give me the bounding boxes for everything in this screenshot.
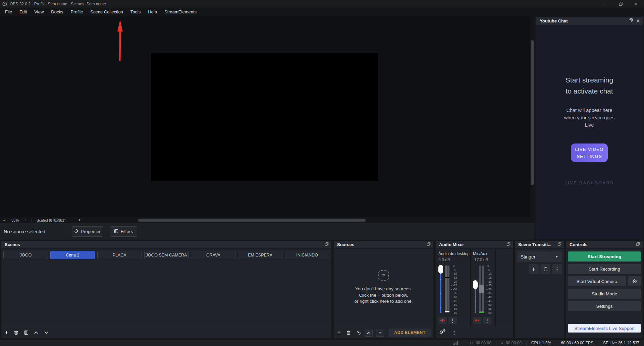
menu-tools[interactable]: Tools	[127, 8, 144, 16]
sources-toolbar: + ADD ELEMENT	[334, 327, 433, 338]
window-title: OBS 32.0.2 - Profile: Sem nome - Scenes:…	[10, 2, 106, 6]
speaker-muted-icon	[440, 318, 445, 323]
scene-item-jogo[interactable]: JOGO	[3, 251, 48, 259]
transitions-title: Scene Transiti...	[518, 242, 551, 247]
menu-edit[interactable]: Edit	[16, 8, 31, 16]
live-video-settings-button[interactable]: LIVE VIDEO SETTINGS	[571, 143, 608, 162]
start-virtual-camera-button[interactable]: Start Virtual Camera	[568, 276, 626, 286]
zoom-in-button[interactable]: +	[21, 218, 30, 223]
chat-subtext: Chat will appear here when your stream g…	[564, 107, 615, 129]
sources-empty-state[interactable]: ? You don't have any sources. Click the …	[334, 249, 433, 305]
scene-list: JOGO Cena 2 PLACA JOGO SEM CAMERA GRAVA …	[1, 249, 331, 261]
mute-button[interactable]	[473, 317, 481, 324]
close-icon[interactable]: ✕	[629, 0, 644, 8]
chevron-down-icon	[378, 331, 382, 334]
menu-help[interactable]: Help	[144, 8, 161, 16]
preview-zoom-bar: − 35% + Scaled (678x381) ▼	[0, 217, 534, 223]
record-dot-icon: ●	[501, 341, 503, 345]
scene-filters-icon[interactable]	[24, 330, 29, 335]
scale-mode-dropdown[interactable]: Scaled (678x381)	[33, 218, 69, 222]
menu-scene-collection[interactable]: Scene Collection	[87, 8, 127, 16]
scenes-title: Scenes	[5, 242, 20, 247]
move-source-down-button[interactable]	[376, 329, 384, 337]
volume-slider[interactable]	[473, 266, 478, 313]
popout-dock-icon[interactable]	[325, 242, 329, 247]
add-element-button[interactable]: ADD ELEMENT	[388, 329, 431, 337]
move-source-up-button[interactable]	[365, 329, 373, 337]
move-scene-down-chevron-icon[interactable]	[44, 331, 49, 334]
channel-name: Mic/Aux	[473, 251, 495, 256]
menu-profile[interactable]: Profile	[67, 8, 87, 16]
menu-docks[interactable]: Docks	[47, 8, 67, 16]
restore-icon[interactable]	[613, 0, 629, 8]
studio-mode-button[interactable]: Studio Mode	[568, 289, 641, 299]
scene-item-grava[interactable]: GRAVA	[191, 251, 235, 259]
preview-canvas[interactable]	[151, 53, 378, 181]
popout-dock-icon[interactable]	[636, 242, 640, 247]
status-bar: 00:00:00 ● 00:00:00 CPU: 1.3% 60.00 / 60…	[0, 340, 644, 346]
add-scene-icon[interactable]: +	[5, 330, 8, 336]
volume-meter	[479, 266, 484, 313]
volume-slider-handle[interactable]	[438, 265, 443, 274]
preview-pane	[0, 16, 530, 217]
add-transition-button[interactable]: +	[529, 264, 539, 274]
db-scale: 0-5-10-15-20-25-30-35-40-45-50-55-60	[451, 265, 457, 314]
volume-slider[interactable]	[438, 266, 443, 313]
popout-dock-icon[interactable]	[427, 242, 431, 247]
remove-transition-button[interactable]	[540, 264, 550, 274]
start-recording-button[interactable]: Start Recording	[568, 264, 641, 274]
question-mark-icon: ?	[378, 270, 389, 281]
scene-item-placa[interactable]: PLACA	[97, 251, 142, 259]
chat-headline: Start streaming to activate chat	[566, 74, 613, 97]
chat-dock-header: Youtube Chat ✕	[536, 17, 643, 25]
preview-vertical-scrollbar[interactable]	[530, 16, 534, 217]
vertical-scrollbar-thumb[interactable]	[531, 40, 534, 185]
source-properties-gear-icon[interactable]	[356, 330, 361, 335]
popout-dock-icon[interactable]	[506, 242, 511, 247]
scene-item-em-espera[interactable]: EM ESPERA	[238, 251, 282, 259]
virtual-camera-settings-button[interactable]	[628, 276, 641, 286]
live-dashboard-label: LIVE DASHBOARD	[565, 181, 614, 185]
minimize-icon[interactable]: —	[598, 0, 613, 8]
popout-dock-icon[interactable]	[629, 18, 633, 23]
scene-item-cena-2[interactable]: Cena 2	[50, 251, 95, 259]
cpu-usage: CPU: 1.3%	[527, 340, 556, 346]
filters-label: Filters	[121, 229, 133, 234]
mixer-options-kebab-icon[interactable]: ⋮	[452, 330, 457, 335]
streamelements-live-support-button[interactable]: StreamElements Live Support	[568, 324, 641, 333]
menu-streamelements[interactable]: StreamElements	[161, 8, 200, 16]
fps-indicator: 60.00 / 60.00 FPS	[556, 340, 598, 346]
transition-options-kebab-button[interactable]: ⋮	[552, 264, 562, 274]
move-scene-up-chevron-icon[interactable]	[34, 331, 39, 334]
audio-mixer-title: Audio Mixer	[439, 242, 464, 247]
properties-button[interactable]: Properties	[72, 226, 103, 237]
popout-dock-icon[interactable]	[557, 242, 561, 247]
advanced-audio-gears-icon[interactable]	[439, 330, 446, 335]
start-streaming-button[interactable]: Start Streaming	[568, 251, 641, 262]
settings-button[interactable]: Settings	[568, 301, 641, 311]
transition-select[interactable]: Stinger ▼	[517, 251, 562, 262]
remove-scene-trash-icon[interactable]	[14, 330, 18, 335]
channel-options-kebab-icon[interactable]: ⋮	[483, 317, 491, 324]
speaker-muted-icon	[475, 318, 480, 323]
audio-mixer-dock: Audio Mixer Áudio do desktop 0.0 dB	[436, 241, 513, 338]
remove-source-trash-icon[interactable]	[346, 330, 351, 335]
youtube-chat-dock: Youtube Chat ✕ Start streaming to activa…	[536, 17, 643, 239]
scene-item-iniciando[interactable]: INICIANDO	[285, 251, 329, 259]
menu-file[interactable]: File	[1, 8, 16, 16]
scene-item-jogo-sem-camera[interactable]: JOGO SEM CAMERA	[144, 251, 189, 259]
add-source-icon[interactable]: +	[337, 330, 341, 336]
zoom-out-button[interactable]: −	[0, 218, 9, 223]
channel-options-kebab-icon[interactable]: ⋮	[448, 317, 457, 324]
menu-view[interactable]: View	[31, 8, 47, 16]
obs-window: OBS 32.0.2 - Profile: Sem nome - Scenes:…	[0, 0, 644, 346]
controls-title: Controls	[570, 242, 587, 247]
chevron-down-icon[interactable]: ▼	[69, 219, 86, 222]
mixer-channel-desktop-audio: Áudio do desktop 0.0 dB 0-5-10-15-20-2	[436, 249, 471, 327]
sources-dock-header: Sources	[334, 241, 433, 249]
volume-slider-handle[interactable]	[473, 280, 478, 289]
close-icon[interactable]: ✕	[636, 18, 640, 23]
horizontal-scrollbar-thumb[interactable]	[138, 219, 366, 222]
mute-button[interactable]	[438, 317, 447, 324]
filters-button[interactable]: Filters	[110, 226, 137, 237]
